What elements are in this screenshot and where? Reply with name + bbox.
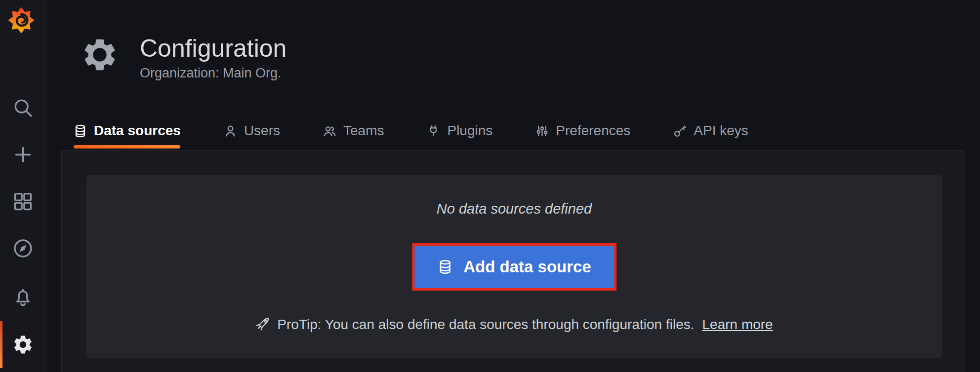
add-data-source-label: Add data source xyxy=(463,258,591,276)
tab-users[interactable]: Users xyxy=(223,119,280,142)
empty-state-message: No data sources defined xyxy=(86,201,942,217)
sidebar-item-create[interactable] xyxy=(0,131,46,178)
tab-label: Data sources xyxy=(94,123,181,139)
protip-text: ProTip: You can also define data sources… xyxy=(277,317,694,333)
sidebar-item-explore[interactable] xyxy=(0,225,46,272)
page-header: Configuration Organization: Main Org. xyxy=(81,35,286,81)
page-subtitle: Organization: Main Org. xyxy=(140,66,286,81)
tab-preferences[interactable]: Preferences xyxy=(535,119,630,142)
plug-icon xyxy=(426,124,441,138)
empty-datasources-card: No data sources defined Add data source xyxy=(86,175,942,358)
sidebar xyxy=(0,0,46,372)
learn-more-link[interactable]: Learn more xyxy=(702,317,773,333)
tab-label: API keys xyxy=(694,123,748,139)
grafana-logo[interactable] xyxy=(8,7,34,33)
tab-bar: Data sources Users Teams Plugins xyxy=(73,119,748,142)
sliders-icon xyxy=(535,124,549,138)
users-icon xyxy=(323,124,337,138)
tab-label: Users xyxy=(244,123,280,139)
tab-label: Teams xyxy=(343,123,384,139)
rocket-icon xyxy=(255,317,271,333)
page-header-text: Configuration Organization: Main Org. xyxy=(140,35,286,81)
user-icon xyxy=(223,124,238,138)
tab-plugins[interactable]: Plugins xyxy=(426,119,492,142)
search-icon xyxy=(12,97,34,119)
bell-icon xyxy=(12,287,34,309)
sidebar-nav-bottom xyxy=(0,274,46,368)
gear-icon xyxy=(12,334,34,356)
database-icon xyxy=(437,259,453,275)
tab-label: Plugins xyxy=(447,123,492,139)
compass-icon xyxy=(12,237,34,260)
dashboards-grid-icon xyxy=(12,190,34,213)
grafana-logo-icon xyxy=(8,7,34,33)
content-wrapper: No data sources defined Add data source xyxy=(61,150,965,372)
page-title: Configuration xyxy=(140,35,286,62)
key-icon xyxy=(673,124,687,138)
tab-teams[interactable]: Teams xyxy=(323,119,384,142)
sidebar-item-alerting[interactable] xyxy=(0,274,46,321)
highlight-box: Add data source xyxy=(412,243,616,291)
tab-label: Preferences xyxy=(556,123,630,139)
protip-row: ProTip: You can also define data sources… xyxy=(86,317,942,333)
sidebar-nav-top xyxy=(0,84,46,272)
tab-data-sources[interactable]: Data sources xyxy=(73,119,181,142)
add-data-source-button[interactable]: Add data source xyxy=(414,246,614,288)
plus-icon xyxy=(12,144,34,166)
grafana-configuration-page: Configuration Organization: Main Org. Da… xyxy=(0,0,980,372)
sidebar-item-search[interactable] xyxy=(0,84,46,131)
database-icon xyxy=(73,124,87,138)
sidebar-item-dashboards[interactable] xyxy=(0,178,46,225)
tab-api-keys[interactable]: API keys xyxy=(673,119,748,142)
sidebar-item-configuration[interactable] xyxy=(0,321,46,368)
configuration-gear-icon xyxy=(81,36,119,74)
